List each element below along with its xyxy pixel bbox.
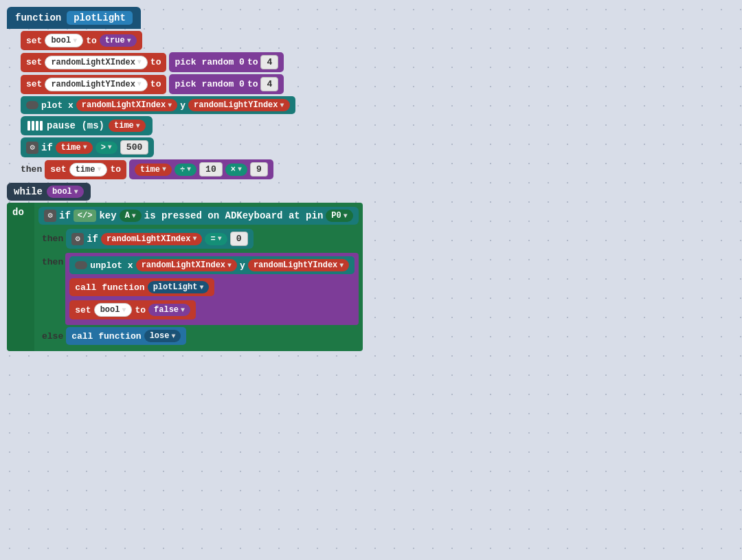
y-max-input[interactable]: 4 <box>260 77 278 91</box>
if-time-pill[interactable]: time ▼ <box>56 142 93 154</box>
call-lose-block: call function lose ▼ <box>66 327 186 345</box>
multiplier-input[interactable]: 9 <box>250 162 268 177</box>
if-key-label: if <box>59 210 71 221</box>
while-block: while bool ▼ <box>7 183 91 201</box>
call-plot-label: call function <box>75 282 144 293</box>
mul-op-arrow[interactable]: ▼ <box>238 166 242 173</box>
to-label: to <box>86 36 97 46</box>
plot-y-label: y <box>180 100 186 111</box>
y-var-pill[interactable]: randomLightYIndex ▼ <box>45 78 147 91</box>
call-lose-fn-pill[interactable]: lose ▼ <box>144 330 181 342</box>
eq-op-pill[interactable]: = ▼ <box>205 233 227 245</box>
pause-block: pause (ms) time ▼ <box>21 116 153 135</box>
pause-time-pill[interactable]: time ▼ <box>109 120 146 132</box>
then-if-label: then <box>42 234 63 244</box>
y-dropdown-arrow[interactable]: ▼ <box>137 80 142 88</box>
unplot-y-pill[interactable]: randomLightYIndex ▼ <box>248 259 349 271</box>
bool-false-var-arrow[interactable]: ▼ <box>122 306 126 314</box>
false-value-pill[interactable]: false ▼ <box>148 304 190 316</box>
inner-if-gear-icon: ⚙ <box>71 233 84 245</box>
set-y-block: set randomLightYIndex ▼ to <box>21 75 166 94</box>
pick-random-y-block: pick random 0 to 4 <box>169 74 284 94</box>
key-a-arrow[interactable]: ▼ <box>132 212 136 220</box>
inner-x-arrow[interactable]: ▼ <box>192 235 196 243</box>
unplot-label: unplot x <box>90 260 133 271</box>
call-plot-row: call function plotLight ▼ <box>69 278 355 296</box>
eq-op-arrow[interactable]: ▼ <box>218 235 222 243</box>
pin-pill[interactable]: P0 ▼ <box>326 210 352 222</box>
expr-time-pill[interactable]: time ▼ <box>135 164 172 176</box>
then-time-arrow[interactable]: ▼ <box>97 166 101 173</box>
to-y-label: to <box>150 79 161 89</box>
call-plot-fn-pill[interactable]: plotLight ▼ <box>148 281 210 293</box>
x-dropdown-arrow[interactable]: ▼ <box>137 58 142 66</box>
call-plot-block: call function plotLight ▼ <box>69 278 214 296</box>
pick-random-x-block: pick random 0 to 4 <box>169 52 284 72</box>
then-time-var[interactable]: time ▼ <box>69 163 108 177</box>
plot-y-pill[interactable]: randomLightYIndex ▼ <box>188 99 289 111</box>
toggle-icon <box>26 101 38 109</box>
op-arrow[interactable]: ▼ <box>108 144 112 151</box>
to-x-label: to <box>150 57 161 67</box>
if-gear-icon: ⚙ <box>26 142 38 154</box>
pick-random-y-label: pick random 0 <box>175 79 244 89</box>
else-label: else <box>42 331 63 341</box>
to-label-x: to <box>247 57 258 67</box>
div-op-arrow[interactable]: ▼ <box>187 166 191 173</box>
bool-dropdown-arrow[interactable]: ▼ <box>73 37 77 45</box>
inner-if-block: ⚙ if randomLightXIndex ▼ = ▼ 0 <box>66 229 253 249</box>
pin-arrow[interactable]: ▼ <box>344 212 348 220</box>
mul-op-pill[interactable]: × ▼ <box>225 164 247 176</box>
set-bool-block: set bool ▼ to true ▼ <box>21 31 142 50</box>
eq-val-input[interactable]: 0 <box>230 232 248 246</box>
unplot-x-pill[interactable]: randomLightXIndex ▼ <box>136 259 237 271</box>
then-set-label: set <box>50 164 66 175</box>
unplot-row: unplot x randomLightXIndex ▼ y randomLig… <box>69 256 355 274</box>
set-x-label: set <box>26 57 42 67</box>
pick-random-x-label: pick random 0 <box>175 57 244 67</box>
true-dropdown-arrow[interactable]: ▼ <box>127 37 131 45</box>
if-val-input[interactable]: 500 <box>120 140 148 155</box>
false-value-arrow[interactable]: ▼ <box>181 306 185 314</box>
expr-time-arrow[interactable]: ▼ <box>162 166 166 173</box>
pause-icon <box>27 121 43 131</box>
pause-time-arrow[interactable]: ▼ <box>136 122 140 130</box>
while-bool-pill[interactable]: bool ▼ <box>47 186 84 198</box>
while-bool-arrow[interactable]: ▼ <box>74 188 78 196</box>
set-y-label: set <box>26 79 42 89</box>
plot-x-arrow[interactable]: ▼ <box>168 102 172 109</box>
set-label: set <box>26 36 42 46</box>
plot-y-arrow[interactable]: ▼ <box>280 102 284 109</box>
call-plot-fn-arrow[interactable]: ▼ <box>199 284 203 291</box>
plot-label: plot x <box>41 100 74 111</box>
to-label-y: to <box>247 79 258 89</box>
inner-x-pill[interactable]: randomLightXIndex ▼ <box>101 233 202 245</box>
if-time-arrow[interactable]: ▼ <box>83 144 87 151</box>
x-var-pill[interactable]: randomLightXIndex ▼ <box>45 56 147 69</box>
div-op-pill[interactable]: ÷ ▼ <box>175 164 196 176</box>
function-name[interactable]: plotLight <box>67 11 133 25</box>
set-bool-false-label: set <box>75 305 91 315</box>
bool-false-var-pill[interactable]: bool ▼ <box>94 303 133 317</box>
divisor-input[interactable]: 10 <box>199 162 223 177</box>
is-pressed-label: is pressed on ADKeyboard at pin <box>144 210 323 221</box>
unplot-x-arrow[interactable]: ▼ <box>227 262 232 269</box>
pause-label: pause (ms) <box>47 120 104 131</box>
unplot-y-arrow[interactable]: ▼ <box>339 262 344 269</box>
true-value-pill[interactable]: true ▼ <box>100 34 137 47</box>
math-expr-block: time ▼ ÷ ▼ 10 × ▼ 9 <box>129 159 273 179</box>
if-time-block: ⚙ if time ▼ > ▼ 500 <box>21 137 154 157</box>
call-lose-label: call function <box>71 331 141 341</box>
op-pill[interactable]: > ▼ <box>95 142 117 154</box>
call-lose-fn-arrow[interactable]: ▼ <box>171 333 175 340</box>
function-label: function <box>15 12 61 23</box>
set-time-block: set time ▼ to <box>45 160 126 179</box>
then-to-label: to <box>110 164 121 175</box>
function-header: function plotLight <box>7 7 141 29</box>
x-max-input[interactable]: 4 <box>260 55 278 69</box>
key-a-pill[interactable]: A ▼ <box>120 210 142 222</box>
bool-var-pill[interactable]: bool ▼ <box>45 34 83 47</box>
while-label: while <box>14 186 43 197</box>
plot-x-pill[interactable]: randomLightXIndex ▼ <box>76 99 177 111</box>
code-tag: </> <box>74 210 97 222</box>
